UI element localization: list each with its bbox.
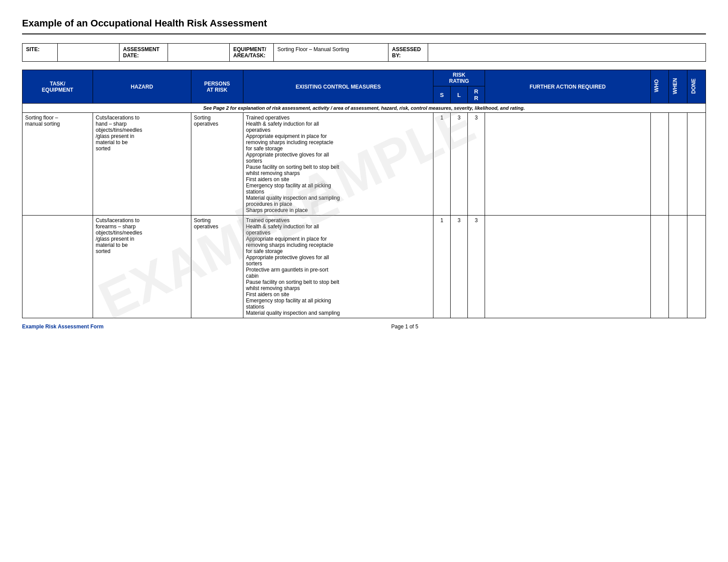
assessment-table-wrapper: EXAMPLE EXAMPLE TASK/EQUIPMENT HAZARD PE… xyxy=(22,70,706,318)
equipment-value: Sorting Floor – Manual Sorting xyxy=(274,44,388,62)
done-2 xyxy=(687,216,706,318)
site-label: SITE: xyxy=(22,44,58,62)
equipment-label: EQUIPMENT/ AREA/TASK: xyxy=(230,44,274,62)
table-row: Sorting floor –manual sorting Cuts/lacer… xyxy=(22,113,706,216)
risk-s-1: 1 xyxy=(433,113,451,216)
header-risk-l: L xyxy=(451,86,468,104)
header-hazard: HAZARD xyxy=(93,70,191,104)
control-measures-cell-2: Trained operatives Health & safety induc… xyxy=(243,216,433,318)
header-existing-control: EXISITING CONTROL MEASURES xyxy=(243,70,433,104)
explanation-text: See Page 2 for explanation of risk asses… xyxy=(22,104,706,113)
site-info-table: SITE: ASSESSMENT DATE: EQUIPMENT/ AREA/T… xyxy=(22,43,706,62)
assessed-by-label: ASSESSED BY: xyxy=(388,44,428,62)
risk-l-2: 3 xyxy=(451,216,468,318)
risk-l-1: 3 xyxy=(451,113,468,216)
persons-at-risk-cell-1: Sortingoperatives xyxy=(191,113,243,216)
when-2 xyxy=(669,216,687,318)
done-1 xyxy=(687,113,706,216)
footer-page: Page 1 of 5 xyxy=(391,324,418,330)
who-1 xyxy=(650,113,669,216)
further-action-2 xyxy=(485,216,651,318)
header-who: WHO xyxy=(650,70,669,104)
header-risk-rating: RISKRATING xyxy=(433,70,485,86)
site-value xyxy=(58,44,119,62)
hazard-cell-2: Cuts/lacerations toforearms – sharpobjec… xyxy=(93,216,191,318)
when-1 xyxy=(669,113,687,216)
header-risk-s: S xyxy=(433,86,451,104)
header-risk-rr: RR xyxy=(468,86,485,104)
assessed-by-value xyxy=(428,44,706,62)
task-equipment-cell-2 xyxy=(22,216,93,318)
risk-s-2: 1 xyxy=(433,216,451,318)
header-when: WHEN xyxy=(669,70,687,104)
footer: Example Risk Assessment Form Page 1 of 5 xyxy=(22,324,706,330)
page-title: Example of an Occupational Health Risk A… xyxy=(22,18,706,29)
who-2 xyxy=(650,216,669,318)
hazard-cell-1: Cuts/lacerations tohand – sharpobjects/t… xyxy=(93,113,191,216)
assessment-label: ASSESSMENT DATE: xyxy=(119,44,168,62)
further-action-1 xyxy=(485,113,651,216)
header-further-action: FURTHER ACTION REQUIRED xyxy=(485,70,651,104)
risk-r-2: 3 xyxy=(468,216,485,318)
control-measures-cell-1: Trained operatives Health & safety induc… xyxy=(243,113,433,216)
header-done: DONE xyxy=(687,70,706,104)
persons-at-risk-cell-2: Sortingoperatives xyxy=(191,216,243,318)
assessment-date-value xyxy=(168,44,230,62)
risk-r-1: 3 xyxy=(468,113,485,216)
footer-link[interactable]: Example Risk Assessment Form xyxy=(22,324,104,330)
table-row: Cuts/lacerations toforearms – sharpobjec… xyxy=(22,216,706,318)
header-task-equipment: TASK/EQUIPMENT xyxy=(22,70,93,104)
task-equipment-cell: Sorting floor –manual sorting xyxy=(22,113,93,216)
header-persons-at-risk: PERSONSAT RISK xyxy=(191,70,243,104)
assessment-table: TASK/EQUIPMENT HAZARD PERSONSAT RISK EXI… xyxy=(22,70,706,318)
